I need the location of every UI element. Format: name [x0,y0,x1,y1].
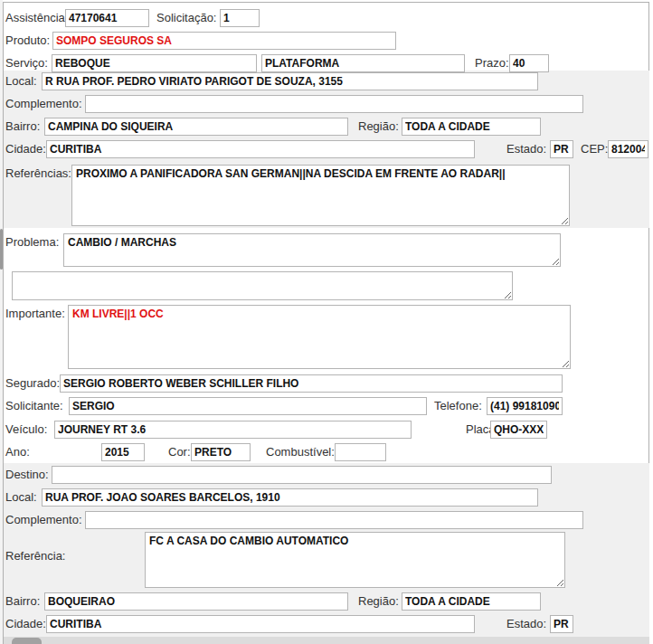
regiao-destino-input[interactable] [402,592,541,611]
complemento-origem-label: Complemento: [5,98,82,110]
segurado-input[interactable] [60,374,563,393]
ano-input[interactable] [101,443,145,461]
regiao-destino-label: Região: [358,595,399,608]
solicitacao-label: Solicitação: [156,12,216,24]
referencia-destino-textarea[interactable]: FC A CASA DO CAMBIO AUTOMATICO [145,532,565,588]
assistencia-label: Assistência: [5,12,68,24]
combustivel-label: Combustível: [266,446,335,459]
vertical-scrollbar-track[interactable] [0,0,3,644]
prazo-label: Prazo: [475,57,509,70]
ano-label: Ano: [5,446,30,459]
observacao-textarea[interactable] [12,271,513,300]
telefone-label: Telefone: [434,400,482,412]
cor-label: Cor: [168,446,191,459]
cep-origem-label: CEP: [581,143,608,156]
servico-tipo-input[interactable] [261,54,465,72]
problema-label: Problema: [5,236,59,249]
solicitante-label: Solicitante: [5,400,63,412]
bairro-destino-label: Bairro: [5,595,40,608]
cep-origem-input[interactable] [608,140,648,158]
estado-origem-label: Estado: [506,143,546,156]
regiao-origem-input[interactable] [402,118,541,136]
horizontal-scrollbar-thumb[interactable] [12,638,42,644]
horizontal-scrollbar-track[interactable] [4,637,649,644]
vertical-scrollbar-thumb[interactable] [0,229,3,270]
estado-destino-input[interactable] [550,615,573,633]
solicitacao-input[interactable] [220,9,260,27]
prazo-input[interactable] [509,54,549,72]
cidade-origem-label: Cidade: [5,143,46,156]
assistance-form-screen: Assistência: Solicitação: Produto: Servi… [0,0,653,644]
complemento-destino-input[interactable] [85,511,583,529]
regiao-origem-label: Região: [358,120,399,133]
bairro-destino-input[interactable] [44,592,348,611]
servico-label: Serviço: [5,57,48,70]
local-destino-input[interactable] [42,488,538,507]
problema-textarea[interactable]: CAMBIO / MARCHAS [63,233,561,267]
local-destino-label: Local: [5,491,37,504]
bairro-origem-input[interactable] [44,118,348,136]
produto-label: Produto: [5,34,50,47]
complemento-origem-input[interactable] [85,95,583,113]
local-origem-label: Local: [5,75,37,88]
referencias-label: Referências: [5,167,71,180]
cidade-destino-label: Cidade: [5,618,46,630]
cor-input[interactable] [191,443,251,461]
produto-input[interactable] [52,32,396,50]
bairro-origem-label: Bairro: [5,120,40,133]
servico-input[interactable] [52,54,257,72]
destino-label: Destino: [5,469,49,481]
segurado-label: Segurado: [5,377,60,390]
referencias-textarea[interactable]: PROXIMO A PANIFICADORA SAN GERMAN||NA DE… [71,165,570,226]
importante-textarea[interactable]: KM LIVRE||1 OCC [68,305,571,369]
veiculo-label: Veículo: [5,423,47,436]
destino-input[interactable] [52,466,552,484]
cidade-destino-input[interactable] [46,615,475,633]
referencia-destino-label: Referência: [5,550,65,563]
local-origem-input[interactable] [42,72,538,90]
cidade-origem-input[interactable] [46,140,475,158]
telefone-input[interactable] [487,397,563,415]
solicitante-input[interactable] [69,397,427,415]
complemento-destino-label: Complemento: [5,514,82,526]
estado-destino-label: Estado: [506,618,546,630]
combustivel-input[interactable] [335,443,386,461]
estado-origem-input[interactable] [550,140,573,158]
assistencia-input[interactable] [65,9,149,27]
importante-label: Importante: [5,308,65,320]
placa-input[interactable] [490,421,547,439]
veiculo-input[interactable] [54,421,412,439]
